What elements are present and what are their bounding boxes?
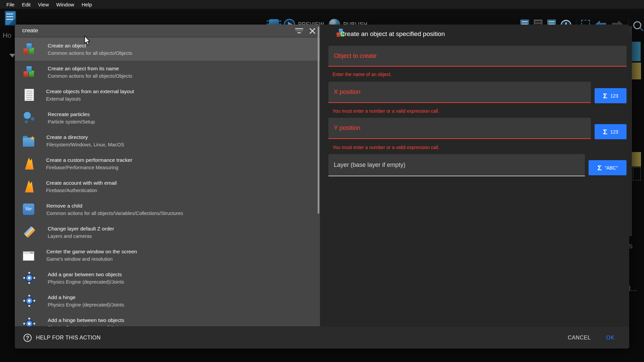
action-icon: [23, 66, 36, 78]
search-icon[interactable]: [633, 21, 641, 29]
sigma-icon: Σ: [603, 128, 607, 136]
action-icon: [23, 111, 36, 124]
action-title: Add a hinge between two objects: [48, 317, 124, 323]
field-label: X position: [334, 88, 360, 96]
action-subtitle: External layouts: [46, 96, 134, 102]
sigma-icon: Σ: [603, 92, 607, 100]
action-title: Change layer default Z order: [48, 226, 114, 232]
help-icon: ?: [24, 334, 32, 342]
search-bar: create: [15, 25, 320, 37]
action-subtitle: Common actions for all objects/Objects: [48, 73, 132, 79]
x-expression-button[interactable]: Σ 123: [595, 88, 627, 103]
sigma-icon: Σ: [597, 164, 602, 172]
close-icon[interactable]: [309, 28, 315, 34]
menu-file[interactable]: File: [3, 1, 18, 8]
action-icon: [23, 43, 36, 56]
results-list: Create an object Common actions for all …: [15, 37, 320, 326]
action-icon: [25, 89, 34, 101]
toolbar: PREVIEW PUBLISH: [0, 9, 644, 26]
result-row[interactable]: Add a hinge between two objects Physics …: [15, 312, 320, 326]
action-icon: [25, 180, 34, 192]
action-subtitle: Firebase/Authentication: [46, 188, 117, 193]
menu-help[interactable]: Help: [78, 1, 96, 8]
action-subtitle: Layers and cameras: [48, 233, 114, 239]
x-position-field[interactable]: X position: [328, 82, 591, 103]
clipped-text-fragment: s: [629, 242, 633, 250]
action-icon: [23, 294, 36, 307]
result-row[interactable]: Change layer default Z order Layers and …: [15, 221, 320, 244]
dialog-footer: ? HELP FOR THIS ACTION CANCEL OK: [15, 326, 629, 349]
action-subtitle: Common actions for all objects/Objects: [48, 50, 132, 56]
menu-window[interactable]: Window: [52, 1, 78, 8]
background-thumbnail-olive: [632, 63, 641, 79]
action-icon: [23, 226, 36, 239]
result-row[interactable]: Recreate particles Particle system/Setup: [15, 106, 320, 129]
list-scrollbar[interactable]: [318, 27, 319, 214]
result-row[interactable]: Remove a child Common actions for all ob…: [15, 198, 320, 221]
result-row[interactable]: Center the game window on the screen Gam…: [15, 244, 320, 266]
action-title: Center the game window on the screen: [46, 249, 137, 255]
action-subtitle: Game's window and resolution: [46, 256, 137, 262]
action-subtitle: Physics Engine (deprecated)/Joints: [48, 325, 124, 327]
action-detail-panel: Create an object at specified position O…: [320, 25, 629, 326]
action-subtitle: Physics Engine (deprecated)/Joints: [48, 302, 124, 307]
y-position-field[interactable]: Y position: [328, 118, 591, 139]
search-input[interactable]: create: [22, 27, 295, 34]
object-field-error: Enter the name of an object.: [332, 72, 392, 77]
action-title: Create objects from an external layout: [46, 88, 134, 95]
action-icon: [23, 317, 36, 326]
action-icon: [23, 251, 34, 261]
field-label: Y position: [334, 124, 360, 132]
action-title: Create a custom performance tracker: [46, 157, 132, 163]
action-subtitle: Common actions for all objects/Variables…: [46, 211, 183, 216]
expression-type-chip: "ABC": [605, 165, 618, 171]
action-title: Create a directory: [46, 134, 124, 140]
layer-expression-button[interactable]: Σ "ABC": [589, 160, 627, 175]
action-search-panel: create Create an object Common actions f…: [15, 25, 320, 326]
home-tab-fragment: Ho: [3, 32, 11, 39]
background-thumbnail-olive: [632, 152, 641, 167]
result-row[interactable]: Create an object from its name Common ac…: [15, 61, 320, 83]
action-title: Add a gear between two objects: [48, 272, 124, 278]
x-field-error: You must enter a number or a valid expre…: [332, 108, 439, 114]
cancel-button[interactable]: CANCEL: [568, 335, 591, 341]
menu-bar: File Edit View Window Help: [0, 0, 644, 9]
y-expression-button[interactable]: Σ 123: [595, 124, 627, 139]
expression-type-chip: 123: [610, 93, 618, 99]
field-label: Layer (base layer if empty): [334, 161, 405, 169]
action-title: Create an object from its name: [48, 66, 132, 72]
result-row[interactable]: Create a directory Filesystem/Windows, L…: [15, 129, 320, 152]
menu-edit[interactable]: Edit: [18, 1, 34, 8]
action-icon: [23, 272, 36, 284]
expression-type-chip: 123: [610, 129, 618, 135]
background-thumbnail-blue: [632, 42, 641, 61]
action-subtitle: Particle system/Setup: [48, 119, 95, 124]
detail-title: Create an object at specified position: [340, 30, 445, 38]
result-row[interactable]: Add a gear between two objects Physics E…: [15, 266, 320, 289]
background-dashed-box: [633, 167, 641, 180]
action-title: Remove a child: [46, 203, 183, 209]
help-label: HELP FOR THIS ACTION: [36, 335, 100, 341]
result-row[interactable]: Add a hinge Physics Engine (deprecated)/…: [15, 289, 320, 312]
action-icon: [23, 204, 34, 215]
object-to-create-field[interactable]: Object to create: [328, 46, 627, 67]
y-field-error: You must enter a number or a valid expre…: [332, 145, 439, 150]
result-row[interactable]: Create objects from an external layout E…: [15, 83, 320, 106]
menu-view[interactable]: View: [34, 1, 52, 8]
choose-action-dialog: create Create an object Common actions f…: [15, 25, 629, 349]
action-subtitle: Firebase/Performance Measuring: [46, 165, 132, 170]
result-row[interactable]: Create a custom performance tracker Fire…: [15, 152, 320, 175]
action-title: Create account with with email: [46, 180, 117, 186]
action-title: Recreate particles: [48, 111, 95, 117]
filter-icon[interactable]: [295, 28, 303, 33]
help-for-this-action-button[interactable]: ? HELP FOR THIS ACTION: [24, 334, 100, 342]
action-icon: [25, 157, 34, 170]
layer-field[interactable]: Layer (base layer if empty): [328, 154, 585, 176]
result-row[interactable]: Create an object Common actions for all …: [15, 38, 320, 61]
action-subtitle: Physics Engine (deprecated)/Joints: [48, 279, 124, 285]
project-manager-icon[interactable]: [5, 11, 16, 26]
result-row[interactable]: Create account with with email Firebase/…: [15, 175, 320, 198]
action-title: Create an object: [48, 43, 132, 49]
ok-button[interactable]: OK: [606, 335, 614, 341]
field-label: Object to create: [334, 52, 376, 60]
